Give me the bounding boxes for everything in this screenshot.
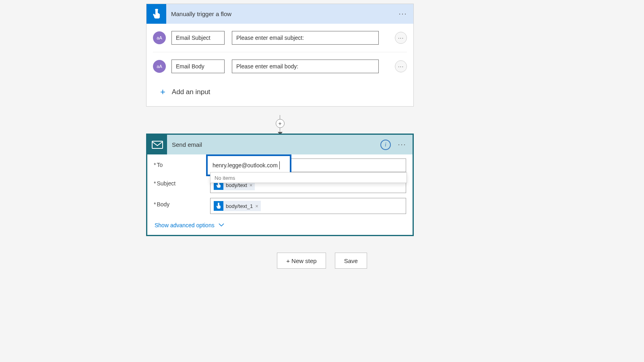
to-field[interactable]: henry.legge@outlook.com [210,158,406,172]
send-title: Send email [172,141,380,148]
new-step-button[interactable]: + New step [277,253,326,269]
info-button[interactable]: i [380,140,391,150]
send-card-header[interactable]: Send email i ··· [147,135,413,154]
trigger-card: Manually trigger a flow ··· aA ··· aA ··… [146,4,414,107]
body-row: *Body body/text_1 × [147,195,413,218]
to-input-value: henry.legge@outlook.com [213,162,278,169]
token-trigger-icon [214,201,223,211]
trigger-input-row-0: aA ··· [153,24,407,52]
to-suggestions-dropdown[interactable]: No items [210,172,407,183]
mail-icon [147,135,167,154]
input-prompt-0[interactable] [232,31,379,45]
trigger-input-row-1: aA ··· [153,52,407,80]
body-token[interactable]: body/text_1 × [214,201,261,211]
send-email-card: Send email i ··· *To henry.legge@outlook… [146,134,414,236]
input-row-more-1[interactable]: ··· [395,60,407,72]
footer-actions: + New step Save [0,253,644,269]
svg-rect-0 [152,141,163,148]
trigger-card-header[interactable]: Manually trigger a flow ··· [147,4,413,24]
input-row-more-0[interactable]: ··· [395,32,407,44]
chevron-down-icon [219,223,224,227]
step-connector: + [280,115,280,135]
text-type-icon: aA [153,60,166,73]
body-label: *Body [154,198,210,208]
input-name-0[interactable] [171,31,225,45]
subject-label: *Subject [154,177,210,187]
body-token-label: body/text_1 [226,203,253,209]
add-input-button[interactable]: + Add an input [147,80,413,106]
dropdown-no-items: No items [215,175,235,181]
to-label: *To [154,158,210,168]
save-button[interactable]: Save [335,253,367,269]
trigger-more-button[interactable]: ··· [397,8,409,20]
manual-trigger-icon [147,4,166,24]
input-prompt-1[interactable] [232,60,379,73]
body-token-remove[interactable]: × [255,203,258,209]
to-row: *To henry.legge@outlook.com [147,154,413,175]
show-advanced-options[interactable]: Show advanced options [147,218,413,235]
text-type-icon: aA [153,31,166,44]
trigger-title: Manually trigger a flow [171,10,397,17]
input-name-1[interactable] [171,60,225,73]
add-input-label: Add an input [172,88,210,96]
send-more-button[interactable]: ··· [396,139,408,150]
body-field[interactable]: body/text_1 × [210,198,406,214]
insert-step-button[interactable]: + [276,119,285,128]
plus-icon: + [160,87,165,97]
